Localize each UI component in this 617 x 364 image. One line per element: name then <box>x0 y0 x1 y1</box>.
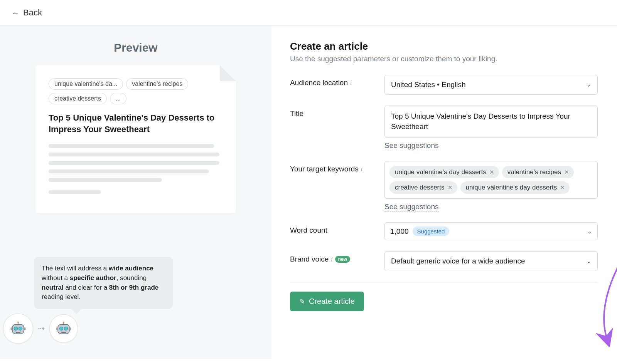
new-badge: new <box>335 256 350 263</box>
page-title: Create an article <box>290 40 598 52</box>
word-count-select[interactable]: 1,000 Suggested ⌄ <box>384 222 598 240</box>
remove-keyword-icon[interactable]: ✕ <box>564 169 569 176</box>
robot-avatar <box>49 314 78 343</box>
voice-summary-bubble: The text will address a wide audience wi… <box>34 257 173 309</box>
keyword-chip: valentine's recipes✕ <box>502 166 574 178</box>
back-label: Back <box>23 8 42 18</box>
keyword-chip: unique valentine's day desserts✕ <box>389 166 499 178</box>
preview-tag: unique valentine's da... <box>49 78 123 90</box>
page-fold-icon <box>220 65 236 81</box>
robot-icon <box>9 319 27 338</box>
remove-keyword-icon[interactable]: ✕ <box>489 169 494 176</box>
svg-rect-6 <box>11 327 13 330</box>
svg-point-12 <box>64 327 68 330</box>
word-count-label: Word count <box>290 222 384 235</box>
svg-rect-7 <box>24 327 26 330</box>
page-subtitle: Use the suggested parameters or customiz… <box>290 55 598 63</box>
preview-card: unique valentine's da... valentine's rec… <box>35 65 236 213</box>
svg-point-4 <box>19 327 22 330</box>
keywords-label: Your target keywords i <box>290 161 384 173</box>
preview-tags: unique valentine's da... valentine's rec… <box>49 78 223 104</box>
svg-rect-13 <box>61 332 66 333</box>
preview-tag-more: ... <box>110 93 126 104</box>
see-suggestions-link[interactable]: See suggestions <box>384 141 439 150</box>
suggested-badge: Suggested <box>413 226 450 236</box>
see-suggestions-link[interactable]: See suggestions <box>384 203 439 211</box>
info-icon[interactable]: i <box>331 256 332 263</box>
chevron-down-icon: ⌄ <box>587 258 591 264</box>
svg-point-3 <box>14 327 18 330</box>
keywords-input[interactable]: unique valentine's day desserts✕ valenti… <box>384 161 598 199</box>
svg-rect-15 <box>69 327 71 330</box>
info-icon[interactable]: i <box>350 79 352 86</box>
preview-heading: Preview <box>114 41 157 54</box>
audience-label: Audience location i <box>290 75 384 87</box>
robot-avatar <box>3 314 33 344</box>
brand-voice-select[interactable]: Default generic voice for a wide audienc… <box>384 251 598 271</box>
preview-tag: valentine's recipes <box>126 78 188 90</box>
preview-tag: creative desserts <box>49 93 107 104</box>
info-icon[interactable]: i <box>361 166 362 173</box>
back-arrow-icon: ← <box>12 8 19 17</box>
brand-voice-label: Brand voice i new <box>290 251 384 263</box>
keyword-chip: unique valentine's day desserts✕ <box>460 181 570 194</box>
svg-rect-5 <box>16 332 20 333</box>
skeleton-placeholder <box>49 144 223 194</box>
audience-select[interactable]: United States • English ⌄ <box>384 75 598 95</box>
svg-point-0 <box>17 322 19 323</box>
remove-keyword-icon[interactable]: ✕ <box>560 184 565 191</box>
back-link[interactable]: ← Back <box>12 8 42 18</box>
svg-point-11 <box>60 327 63 330</box>
chevron-down-icon: ⌄ <box>587 228 592 235</box>
form-panel: Create an article Use the suggested para… <box>271 26 617 359</box>
keyword-chip: creative desserts✕ <box>389 181 457 194</box>
chevron-down-icon: ⌄ <box>587 82 591 88</box>
preview-panel: Preview unique valentine's da... valenti… <box>0 26 271 359</box>
remove-keyword-icon[interactable]: ✕ <box>448 184 453 191</box>
title-input[interactable]: Top 5 Unique Valentine's Day Desserts to… <box>384 106 598 138</box>
magic-wand-icon: ✎ <box>299 297 305 306</box>
svg-point-8 <box>63 322 64 323</box>
swap-arrow-icon: ⇢ <box>38 324 45 334</box>
create-article-button[interactable]: ✎ Create article <box>290 292 364 311</box>
svg-rect-14 <box>56 327 58 330</box>
title-label: Title <box>290 106 384 118</box>
preview-title: Top 5 Unique Valentine's Day Desserts to… <box>49 112 223 135</box>
robot-icon <box>54 319 73 338</box>
